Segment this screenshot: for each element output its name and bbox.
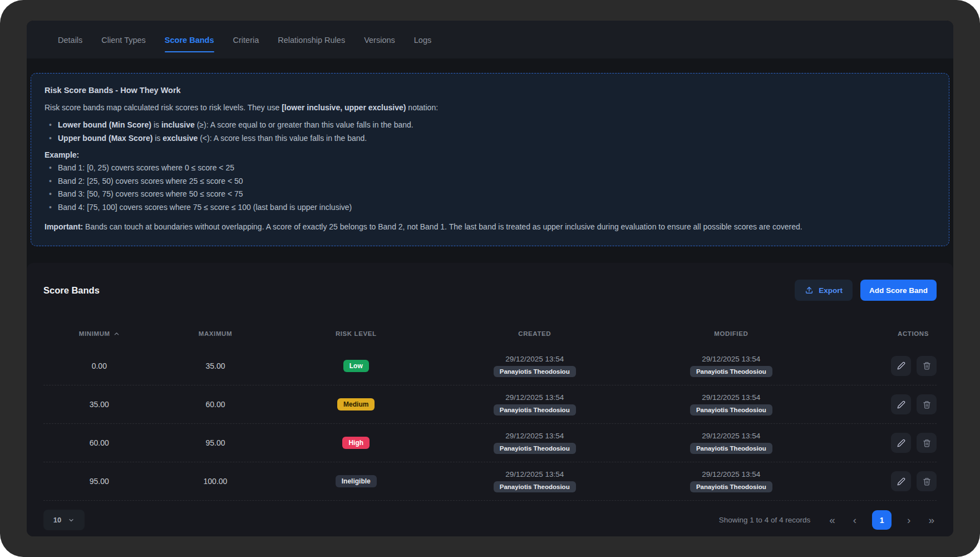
- intro-bold: [lower inclusive, upper exclusive): [282, 103, 406, 112]
- table-footer: 10 Showing 1 to 4 of 4 records « ‹ 1 › »: [43, 501, 937, 530]
- column-header-risk-level[interactable]: Risk Level: [275, 330, 436, 337]
- maximum-cell: 95.00: [155, 438, 276, 447]
- edit-button[interactable]: [891, 433, 911, 453]
- card-header: Score Bands Export Add Score Band: [27, 263, 953, 314]
- column-header-label: Minimum: [79, 330, 110, 337]
- trash-icon: [923, 477, 931, 486]
- pencil-icon: [897, 361, 905, 370]
- info-panel-title: Risk Score Bands - How They Work: [45, 86, 935, 95]
- column-header-modified[interactable]: Modified: [633, 330, 829, 337]
- edit-button[interactable]: [891, 356, 911, 376]
- tab-client-types[interactable]: Client Types: [101, 21, 146, 58]
- risk-badge: Low: [343, 360, 369, 372]
- risk-level-cell: Low: [275, 360, 436, 372]
- previous-page-button[interactable]: ‹: [851, 514, 859, 526]
- created-cell: 29/12/2025 13:54 Panayiotis Theodosiou: [436, 393, 633, 416]
- modified-date: 29/12/2025 13:54: [633, 355, 829, 363]
- trash-icon: [923, 400, 931, 409]
- pencil-icon: [897, 477, 905, 486]
- rule-bold: exclusive: [162, 134, 198, 143]
- tab-logs[interactable]: Logs: [414, 21, 431, 58]
- tab-bar: Details Client Types Score Bands Criteri…: [27, 21, 953, 58]
- created-date: 29/12/2025 13:54: [436, 355, 633, 363]
- modified-by-chip: Panayiotis Theodosiou: [690, 481, 772, 492]
- rule-bold: Lower bound (Min Score): [58, 120, 151, 129]
- rule-text: is: [151, 120, 161, 129]
- risk-level-cell: High: [275, 437, 436, 449]
- rule-text: (<): A score less than this value falls …: [198, 134, 367, 143]
- minimum-cell: 0.00: [43, 361, 155, 370]
- current-page-button[interactable]: 1: [872, 510, 892, 530]
- important-text: Bands can touch at boundaries without ov…: [83, 222, 802, 231]
- actions-cell: [829, 356, 937, 376]
- screenshot-frame: Details Client Types Score Bands Criteri…: [0, 0, 980, 557]
- actions-cell: [829, 471, 937, 491]
- edit-button[interactable]: [891, 394, 911, 414]
- last-page-button[interactable]: »: [926, 514, 937, 526]
- created-by-chip: Panayiotis Theodosiou: [494, 404, 576, 416]
- tab-score-bands[interactable]: Score Bands: [165, 21, 214, 58]
- edit-button[interactable]: [891, 471, 911, 491]
- score-bands-table: Minimum Maximum Risk Level Created Modif…: [27, 321, 953, 501]
- modified-by-chip: Panayiotis Theodosiou: [690, 404, 772, 416]
- first-page-button[interactable]: «: [827, 514, 838, 526]
- export-button-label: Export: [819, 286, 843, 295]
- pagination: Showing 1 to 4 of 4 records « ‹ 1 › »: [719, 510, 937, 530]
- risk-level-cell: Ineligible: [275, 475, 436, 487]
- rule-bold: Upper bound (Max Score): [58, 134, 152, 143]
- table-header-row: Minimum Maximum Risk Level Created Modif…: [43, 321, 937, 346]
- next-page-button[interactable]: ›: [905, 514, 913, 526]
- modified-date: 29/12/2025 13:54: [633, 432, 829, 440]
- delete-button[interactable]: [917, 356, 937, 376]
- column-header-actions: Actions: [829, 330, 937, 337]
- page-title: Score Bands: [43, 285, 100, 296]
- modified-date: 29/12/2025 13:54: [633, 393, 829, 402]
- add-score-band-button[interactable]: Add Score Band: [860, 280, 937, 301]
- example-list: Band 1: [0, 25) covers scores where 0 ≤ …: [49, 163, 935, 213]
- column-header-maximum[interactable]: Maximum: [155, 330, 276, 337]
- risk-badge: Medium: [337, 398, 375, 411]
- info-panel: Risk Score Bands - How They Work Risk sc…: [31, 73, 949, 246]
- intro-prefix: Risk score bands map calculated risk sco…: [45, 103, 282, 112]
- example-item: Band 2: [25, 50) covers scores where 25 …: [49, 176, 935, 187]
- modified-cell: 29/12/2025 13:54 Panayiotis Theodosiou: [633, 355, 829, 377]
- created-date: 29/12/2025 13:54: [436, 432, 633, 440]
- tab-criteria[interactable]: Criteria: [233, 21, 259, 58]
- risk-level-cell: Medium: [275, 398, 436, 411]
- tab-relationship-rules[interactable]: Relationship Rules: [278, 21, 345, 58]
- lower-bound-rule: Lower bound (Min Score) is inclusive (≥)…: [49, 120, 935, 131]
- sort-ascending-icon: [114, 331, 120, 337]
- header-actions: Export Add Score Band: [795, 280, 937, 301]
- created-cell: 29/12/2025 13:54 Panayiotis Theodosiou: [436, 355, 633, 377]
- example-item: Band 1: [0, 25) covers scores where 0 ≤ …: [49, 163, 935, 174]
- tab-details[interactable]: Details: [58, 21, 82, 58]
- actions-cell: [829, 394, 937, 414]
- minimum-cell: 60.00: [43, 438, 155, 447]
- pencil-icon: [897, 439, 905, 447]
- records-summary: Showing 1 to 4 of 4 records: [719, 516, 810, 524]
- delete-button[interactable]: [917, 394, 937, 414]
- column-header-created[interactable]: Created: [436, 330, 633, 337]
- export-button[interactable]: Export: [795, 280, 853, 301]
- important-note: Important: Bands can touch at boundaries…: [45, 222, 935, 232]
- actions-cell: [829, 433, 937, 453]
- created-cell: 29/12/2025 13:54 Panayiotis Theodosiou: [436, 432, 633, 454]
- rule-bold: inclusive: [161, 120, 195, 129]
- rule-text: is: [152, 134, 162, 143]
- delete-button[interactable]: [917, 471, 937, 491]
- delete-button[interactable]: [917, 433, 937, 453]
- modified-cell: 29/12/2025 13:54 Panayiotis Theodosiou: [633, 432, 829, 454]
- upper-bound-rule: Upper bound (Max Score) is exclusive (<)…: [49, 133, 935, 144]
- intro-suffix: notation:: [406, 103, 438, 112]
- tab-versions[interactable]: Versions: [364, 21, 395, 58]
- table-row: 60.00 95.00 High 29/12/2025 13:54 Panayi…: [43, 423, 937, 462]
- minimum-cell: 95.00: [43, 477, 155, 486]
- created-by-chip: Panayiotis Theodosiou: [494, 481, 576, 492]
- maximum-cell: 60.00: [155, 400, 276, 409]
- table-row: 95.00 100.00 Ineligible 29/12/2025 13:54…: [43, 462, 937, 500]
- maximum-cell: 100.00: [155, 477, 276, 486]
- app-window: Details Client Types Score Bands Criteri…: [27, 21, 953, 536]
- page-size-select[interactable]: 10: [43, 510, 85, 530]
- modified-cell: 29/12/2025 13:54 Panayiotis Theodosiou: [633, 470, 829, 492]
- column-header-minimum[interactable]: Minimum: [43, 330, 155, 337]
